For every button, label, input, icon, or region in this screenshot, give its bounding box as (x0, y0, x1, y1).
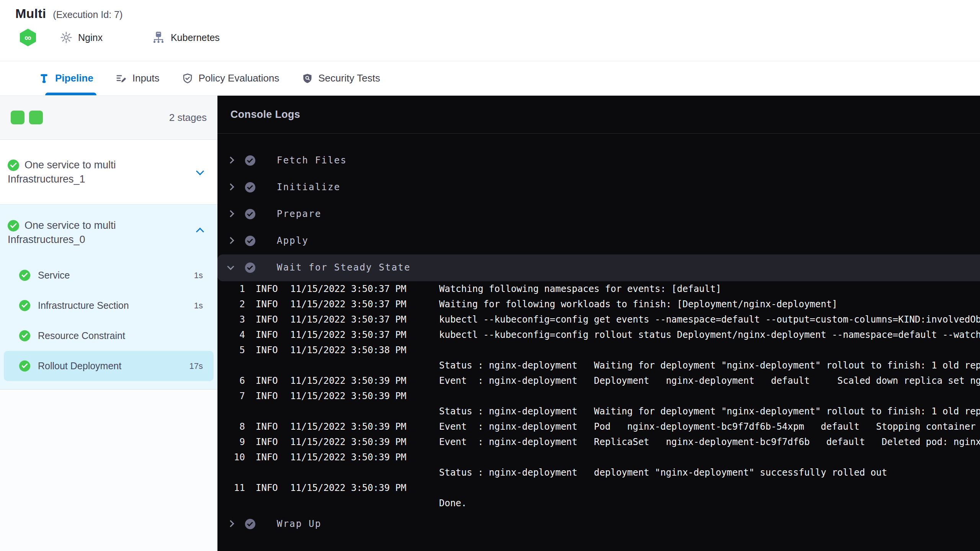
step-service[interactable]: Service 1s (4, 260, 214, 290)
log-message: Event : nginx-deployment ReplicaSet ngin… (439, 437, 980, 447)
log-line-number: 4 (217, 329, 245, 340)
chevron-down-icon (227, 263, 234, 270)
stage-collapse-toggle[interactable] (197, 229, 203, 236)
chevron-right-icon (227, 520, 234, 527)
tab-policy-evaluations[interactable]: Policy Evaluations (182, 61, 279, 95)
step-success-badge-icon (245, 236, 255, 246)
step-label: Resource Constraint (38, 330, 125, 341)
log-line-number: 1 (217, 284, 245, 294)
tab-policy-evaluations-label: Policy Evaluations (199, 72, 279, 84)
console-header: Console Logs (217, 96, 980, 134)
log-level: INFO (256, 391, 278, 401)
log-level: INFO (256, 329, 278, 340)
log-line: 6INFO11/15/2022 3:50:39 PMEvent : nginx-… (217, 373, 980, 388)
log-timestamp: 11/15/2022 3:50:39 PM (290, 421, 406, 432)
log-line: 5INFO11/15/2022 3:50:38 PM (217, 342, 980, 358)
log-timestamp: 11/15/2022 3:50:39 PM (290, 375, 406, 386)
log-message: Event : nginx-deployment Deployment ngin… (439, 375, 980, 386)
step-rollout-deployment[interactable]: Rollout Deployment 17s (4, 351, 214, 381)
log-line: 3INFO11/15/2022 3:50:37 PMkubectl --kube… (217, 312, 980, 327)
log-timestamp: 11/15/2022 3:50:39 PM (290, 452, 406, 463)
console-step-title: Fetch Files (277, 155, 347, 166)
log-line: 11INFO11/15/2022 3:50:39 PM (217, 480, 980, 496)
step-success-badge-icon (245, 262, 255, 273)
step-label: Infrastructure Section (38, 300, 129, 311)
log-lines: 1INFO11/15/2022 3:50:37 PMWatching follo… (217, 281, 980, 511)
log-line: 1INFO11/15/2022 3:50:37 PMWatching follo… (217, 281, 980, 297)
log-level: INFO (256, 421, 278, 432)
step-infrastructure-section[interactable]: Infrastructure Section 1s (4, 290, 214, 321)
console-step-title: Wait for Steady State (277, 262, 411, 273)
tab-pipeline[interactable]: Pipeline (38, 61, 93, 95)
environment-name[interactable]: Kubernetes (171, 32, 220, 43)
tab-security-tests-label: Security Tests (318, 72, 380, 84)
stage-name-text: One service to multi Infrastructures_1 (8, 159, 116, 185)
stages-sidebar: 2 stages One service to multi Infrastruc… (0, 96, 217, 551)
step-resource-constraint[interactable]: Resource Constraint (4, 321, 214, 351)
log-level: INFO (256, 314, 278, 325)
success-check-icon (8, 160, 19, 171)
stage-name: One service to multi Infrastructures_0 (8, 218, 187, 247)
step-label: Rollout Deployment (38, 360, 121, 372)
chevron-right-icon (227, 237, 234, 244)
console-step-apply[interactable]: Apply (217, 228, 980, 254)
log-message: Status : nginx-deployment Waiting for de… (439, 360, 980, 371)
success-check-icon (19, 360, 30, 372)
service-name[interactable]: Nginx (78, 32, 103, 43)
stage-success-square-icon (29, 111, 43, 124)
log-line: 9INFO11/15/2022 3:50:39 PMEvent : nginx-… (217, 434, 980, 450)
app-root: Multi (Execution Id: 7) ∞ Nginx Kubernet… (0, 0, 980, 551)
stage-count-label: 2 stages (169, 112, 207, 124)
success-check-icon (19, 300, 30, 311)
execution-header: Multi (Execution Id: 7) ∞ Nginx Kubernet… (0, 0, 980, 61)
stage-item-infrastructures-0[interactable]: One service to multi Infrastructures_0 (0, 205, 217, 260)
stage-success-square-icon (11, 111, 24, 124)
console-step-fetch-files[interactable]: Fetch Files (217, 147, 980, 174)
console-step-wait-for-steady-state[interactable]: Wait for Steady State (217, 254, 980, 281)
log-line-number: 2 (217, 299, 245, 310)
chevron-up-icon (196, 227, 204, 235)
console-body: Fetch Files Initialize Prepare Apply (217, 134, 980, 538)
console-step-wrap-up[interactable]: Wrap Up (217, 511, 980, 538)
main-area: 2 stages One service to multi Infrastruc… (0, 96, 980, 551)
service-gear-icon (60, 31, 73, 44)
pipeline-icon (38, 73, 50, 84)
step-label: Service (38, 270, 70, 281)
step-success-badge-icon (245, 519, 255, 529)
log-timestamp: 11/15/2022 3:50:39 PM (290, 391, 406, 401)
console-step-title: Prepare (277, 209, 322, 219)
success-check-icon (19, 330, 30, 341)
log-timestamp: 11/15/2022 3:50:38 PM (290, 345, 406, 355)
log-message: Done. (439, 498, 467, 509)
log-line-continuation: Done. (217, 496, 980, 511)
page-title: Multi (15, 6, 46, 21)
log-level: INFO (256, 284, 278, 294)
stage-expand-toggle[interactable] (197, 168, 203, 176)
log-message: Status : nginx-deployment Waiting for de… (439, 406, 980, 417)
log-timestamp: 11/15/2022 3:50:37 PM (290, 329, 406, 340)
log-level: INFO (256, 452, 278, 463)
log-message: Watching following namespaces for events… (439, 284, 721, 294)
stage-item-infrastructures-1[interactable]: One service to multi Infrastructures_1 (0, 140, 217, 205)
log-line-continuation: Status : nginx-deployment Waiting for de… (217, 358, 980, 373)
log-timestamp: 11/15/2022 3:50:37 PM (290, 284, 406, 294)
chevron-right-icon (227, 183, 234, 190)
console-step-prepare[interactable]: Prepare (217, 201, 980, 228)
log-line-number: 10 (217, 452, 245, 463)
console-step-title: Apply (277, 235, 309, 246)
console-panel: Console Logs Fetch Files Initialize Prep… (217, 96, 980, 551)
console-step-title: Wrap Up (277, 518, 322, 529)
log-line: 7INFO11/15/2022 3:50:39 PM (217, 388, 980, 404)
tab-inputs[interactable]: Inputs (116, 61, 160, 95)
log-line: 2INFO11/15/2022 3:50:37 PMWaiting for fo… (217, 297, 980, 312)
log-line: 8INFO11/15/2022 3:50:39 PMEvent : nginx-… (217, 419, 980, 434)
expanded-stage-section: One service to multi Infrastructures_0 S… (0, 205, 217, 390)
log-line-number: 5 (217, 345, 245, 355)
log-line-number: 6 (217, 375, 245, 386)
stages-summary-bar: 2 stages (0, 96, 217, 140)
step-duration: 1s (194, 301, 203, 311)
console-step-initialize[interactable]: Initialize (217, 174, 980, 201)
shield-check-icon (182, 73, 193, 84)
tab-security-tests[interactable]: Security Tests (302, 61, 380, 95)
log-timestamp: 11/15/2022 3:50:39 PM (290, 437, 406, 447)
